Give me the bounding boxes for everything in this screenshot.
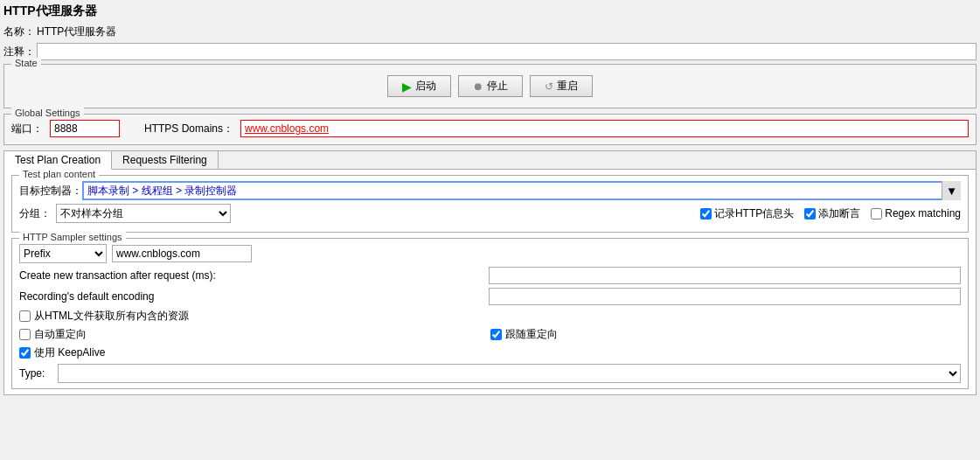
cb-html-resources-label: 从HTML文件获取所有内含的资源 <box>34 309 189 324</box>
comment-input[interactable] <box>37 43 977 60</box>
tab-requests-filtering[interactable]: Requests Filtering <box>112 151 219 169</box>
prefix-select[interactable]: Prefix <box>19 244 107 263</box>
encoding-label: Recording's default encoding <box>19 290 483 303</box>
tabs-area: Test Plan Creation Requests Filtering Te… <box>3 150 977 395</box>
port-input[interactable] <box>50 120 120 137</box>
https-domains-label: HTTPS Domains： <box>144 122 233 136</box>
target-dropdown-button[interactable]: ▼ <box>942 181 961 200</box>
cb-keepalive-label: 使用 KeepAlive <box>34 345 105 360</box>
sampler-row1: Prefix <box>19 244 961 263</box>
stop-icon: ⏺ <box>473 80 483 93</box>
http-sampler-section: HTTP Sampler settings Prefix Create new … <box>11 238 969 389</box>
tab-content: Test plan content 目标控制器： ▼ 分组： 不对样本分组 <box>4 170 976 394</box>
type-select[interactable] <box>58 364 961 383</box>
tab-test-plan-creation[interactable]: Test Plan Creation <box>4 151 112 170</box>
sampler-right-col <box>112 245 961 262</box>
target-row: 目标控制器： ▼ <box>19 181 961 200</box>
cb-html-resources-input[interactable] <box>19 310 31 322</box>
cb-regex-matching-label: Regex matching <box>885 207 961 220</box>
state-section-label: State <box>11 58 41 68</box>
https-domains-input[interactable] <box>240 120 969 137</box>
comment-label: 注释： <box>3 45 37 59</box>
test-plan-content-label: Test plan content <box>19 169 99 179</box>
target-input-wrap: ▼ <box>82 181 961 200</box>
type-label: Type: <box>19 367 52 380</box>
encoding-row: Recording's default encoding <box>19 288 961 305</box>
type-row: Type: <box>19 364 961 383</box>
restart-button[interactable]: ↺ 重启 <box>530 75 593 97</box>
cb-html-resources[interactable]: 从HTML文件获取所有内含的资源 <box>19 309 490 324</box>
test-plan-content-box: Test plan content 目标控制器： ▼ 分组： 不对样本分组 <box>11 175 969 233</box>
tabs-header: Test Plan Creation Requests Filtering <box>4 151 976 170</box>
play-icon: ▶ <box>402 80 412 94</box>
checkboxes-left: 从HTML文件获取所有内含的资源 自动重定向 使用 KeepAlive <box>19 309 490 360</box>
checkboxes-right: 跟随重定向 <box>490 309 962 360</box>
group-row: 分组： 不对样本分组 记录HTTP信息头 添加断言 <box>19 204 961 223</box>
group-label: 分组： <box>19 206 51 221</box>
global-settings-section: Global Settings 端口： HTTPS Domains： <box>3 114 977 145</box>
group-select[interactable]: 不对样本分组 <box>56 204 231 223</box>
state-buttons: ▶ 启动 ⏺ 停止 ↺ 重启 <box>11 72 969 101</box>
start-label: 启动 <box>415 79 436 94</box>
stop-label: 停止 <box>487 79 508 94</box>
cb-follow-redirect-label: 跟随重定向 <box>505 327 558 342</box>
transaction-input[interactable] <box>489 267 962 284</box>
cb-add-assertion-label: 添加断言 <box>818 206 860 221</box>
cb-keepalive[interactable]: 使用 KeepAlive <box>19 345 490 360</box>
page-title: HTTP代理服务器 <box>3 3 977 19</box>
cb-http-info-input[interactable] <box>700 208 712 220</box>
start-button[interactable]: ▶ 启动 <box>387 75 451 97</box>
cb-keepalive-input[interactable] <box>19 347 31 359</box>
cb-regex-matching[interactable]: Regex matching <box>871 207 961 220</box>
cb-auto-redirect-label: 自动重定向 <box>34 327 87 342</box>
comment-row: 注释： <box>3 43 977 60</box>
cb-follow-redirect[interactable]: 跟随重定向 <box>490 327 558 342</box>
cb-follow-redirect-input[interactable] <box>490 329 502 340</box>
port-label: 端口： <box>11 122 43 136</box>
transaction-row: Create new transaction after request (ms… <box>19 267 961 284</box>
cb-auto-redirect-input[interactable] <box>19 329 31 340</box>
cb-auto-redirect[interactable]: 自动重定向 <box>19 327 490 342</box>
cb-add-assertion[interactable]: 添加断言 <box>804 206 860 221</box>
global-settings-row: 端口： HTTPS Domains： <box>11 120 969 137</box>
name-row: 名称： HTTP代理服务器 <box>3 24 977 39</box>
encoding-input[interactable] <box>489 288 962 305</box>
target-controller-input[interactable] <box>82 181 961 200</box>
restart-label: 重启 <box>557 79 578 94</box>
stop-button[interactable]: ⏺ 停止 <box>458 75 523 97</box>
name-label: 名称： <box>3 24 37 39</box>
main-container: HTTP代理服务器 名称： HTTP代理服务器 注释： State ▶ 启动 ⏺… <box>0 0 980 460</box>
transaction-label: Create new transaction after request (ms… <box>19 269 483 282</box>
sampler-url-input[interactable] <box>112 245 252 262</box>
restart-icon: ↺ <box>545 80 553 93</box>
state-section: State ▶ 启动 ⏺ 停止 ↺ 重启 <box>3 64 977 108</box>
http-sampler-label: HTTP Sampler settings <box>19 232 126 242</box>
cb-http-info-label: 记录HTTP信息头 <box>714 206 794 221</box>
checkbox-group: 记录HTTP信息头 添加断言 Regex matching <box>236 206 961 221</box>
target-controller-label: 目标控制器： <box>19 184 82 199</box>
cb-add-assertion-input[interactable] <box>804 208 816 220</box>
cb-http-info[interactable]: 记录HTTP信息头 <box>700 206 794 221</box>
checkboxes-row: 从HTML文件获取所有内含的资源 自动重定向 使用 KeepAlive <box>19 309 961 360</box>
name-value: HTTP代理服务器 <box>37 24 116 39</box>
cb-regex-matching-input[interactable] <box>871 208 882 220</box>
global-settings-label: Global Settings <box>11 108 84 118</box>
